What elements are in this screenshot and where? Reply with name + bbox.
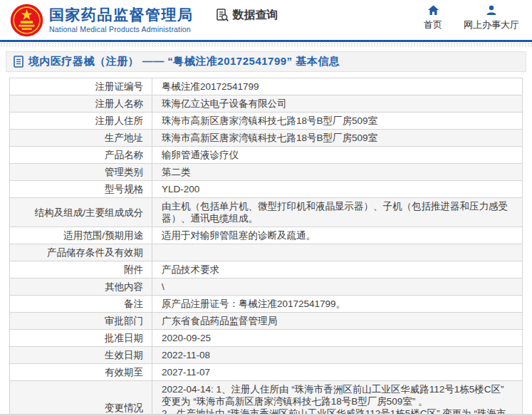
table-row: 型号规格YLD-200 (10, 181, 523, 198)
row-value: 2027-11-07 (152, 364, 523, 381)
row-label: 审批部门 (10, 313, 152, 330)
row-label: 结构及组成/主要组成成分 (10, 198, 152, 227)
table-row: 结构及组成/主要组成成分由主机（包括单片机、微型打印机和液晶显示器）、子机（包括… (10, 198, 523, 227)
row-label: 产品名称 (10, 147, 152, 164)
table-row: 注册人住所珠海市高新区唐家湾镇科技七路18号B型厂房509室 (10, 113, 523, 130)
org-names: 国家药品监督管理局 National Medical Products Admi… (49, 6, 194, 33)
top-nav: 首页 网上办事大厅 (424, 5, 522, 31)
row-label: 备注 (10, 296, 152, 313)
row-label: 变更情况 (10, 381, 152, 416)
table-row: 生产地址珠海市高新区唐家湾镇科技七路18号B型厂房509室 (10, 130, 523, 147)
row-value: \ (152, 279, 523, 296)
row-value: 2020-09-25 (152, 330, 523, 347)
row-label: 注册人名称 (10, 95, 152, 113)
info-table: 注册证编号粤械注准20172541799注册人名称珠海亿立达电子设备有限公司注册… (9, 78, 523, 416)
nav-home[interactable]: 首页 (424, 5, 442, 31)
site-header: 国家药品监督管理局 National Medical Products Admi… (0, 0, 532, 40)
data-query-link[interactable]: 数据查询 (215, 8, 278, 23)
row-value: 广东省食品药品监督管理局 (152, 313, 523, 330)
national-emblem-logo (10, 4, 43, 37)
org-name-zh: 国家药品监督管理局 (49, 6, 194, 24)
row-value: 适用于对输卵管阻塞的诊断及疏通。 (152, 227, 523, 244)
nav-home-label: 首页 (424, 19, 442, 31)
document-icon (14, 56, 24, 68)
row-value: 珠海亿立达电子设备有限公司 (152, 95, 523, 113)
row-value: 第二类 (152, 164, 523, 181)
row-label: 型号规格 (10, 181, 152, 198)
row-label: 注册证编号 (10, 78, 152, 95)
row-label: 生效日期 (10, 347, 152, 364)
row-label: 管理类别 (10, 164, 152, 181)
row-value: 2022-04-14: 1、注册人住所由 “珠海市香洲区前山工业区华威路112号… (152, 381, 523, 416)
row-label: 批准日期 (10, 330, 152, 347)
table-row: 生效日期2022-11-08 (10, 347, 523, 364)
table-row: 其他内容\ (10, 279, 523, 296)
row-value: 由主机（包括单片机、微型打印机和液晶显示器）、子机（包括推进器和压力感受器）、通… (152, 198, 523, 227)
row-value: 产品技术要求 (152, 261, 523, 279)
row-value: YLD-200 (152, 181, 523, 198)
table-row: 变更情况2022-04-14: 1、注册人住所由 “珠海市香洲区前山工业区华威路… (10, 381, 523, 416)
table-row: 注册证编号粤械注准20172541799 (10, 78, 523, 95)
row-label: 其他内容 (10, 279, 152, 296)
page-title-bar: 境内医疗器械（注册） —— “粤械注准20172541799” 基本信息 (6, 51, 526, 72)
row-value: 珠海市高新区唐家湾镇科技七路18号B型厂房509室 (152, 113, 523, 130)
home-icon (427, 5, 439, 16)
table-row: 有效期至2027-11-07 (10, 364, 523, 381)
table-row: 审批部门广东省食品药品监督管理局 (10, 313, 523, 330)
row-label: 有效期至 (10, 364, 152, 381)
table-row: 产品储存条件及有效期 (10, 244, 523, 261)
table-row: 附件产品技术要求 (10, 261, 523, 279)
table-row: 管理类别第二类 (10, 164, 523, 181)
data-query-label: 数据查询 (233, 8, 278, 23)
row-label: 适用范围/预期用途 (10, 227, 152, 244)
row-label: 产品储存条件及有效期 (10, 244, 152, 261)
nav-service-hall-label: 网上办事大厅 (464, 19, 519, 31)
nav-service-hall[interactable]: 网上办事大厅 (464, 5, 519, 31)
table-row: 产品名称输卵管通液诊疗仪 (10, 147, 523, 164)
row-value: 输卵管通液诊疗仪 (152, 147, 523, 164)
table-row: 适用范围/预期用途适用于对输卵管阻塞的诊断及疏通。 (10, 227, 523, 244)
row-label: 生产地址 (10, 130, 152, 147)
page-title: 境内医疗器械（注册） —— “粤械注准20172541799” 基本信息 (28, 55, 340, 68)
row-label: 注册人住所 (10, 113, 152, 130)
row-value: 2022-11-08 (152, 347, 523, 364)
header-dotted-divider (0, 42, 532, 46)
document-search-icon (215, 8, 229, 22)
row-value: 原产品注册证号：粤械注准20172541799。 (152, 296, 523, 313)
page: { "header": { "org_name_zh": "国家药品监督管理局"… (0, 0, 532, 416)
org-name-en: National Medical Products Administration (49, 25, 194, 33)
table-row: 备注原产品注册证号：粤械注准20172541799。 (10, 296, 523, 313)
logo-group: 国家药品监督管理局 National Medical Products Admi… (10, 4, 194, 37)
info-table-body: 注册证编号粤械注准20172541799注册人名称珠海亿立达电子设备有限公司注册… (10, 78, 523, 416)
table-row: 批准日期2020-09-25 (10, 330, 523, 347)
row-value: 粤械注准20172541799 (152, 78, 523, 95)
row-label: 附件 (10, 261, 152, 279)
user-icon (486, 5, 497, 16)
row-value: 珠海市高新区唐家湾镇科技七路18号B型厂房509室 (152, 130, 523, 147)
row-value (152, 244, 523, 261)
table-row: 注册人名称珠海亿立达电子设备有限公司 (10, 95, 523, 113)
